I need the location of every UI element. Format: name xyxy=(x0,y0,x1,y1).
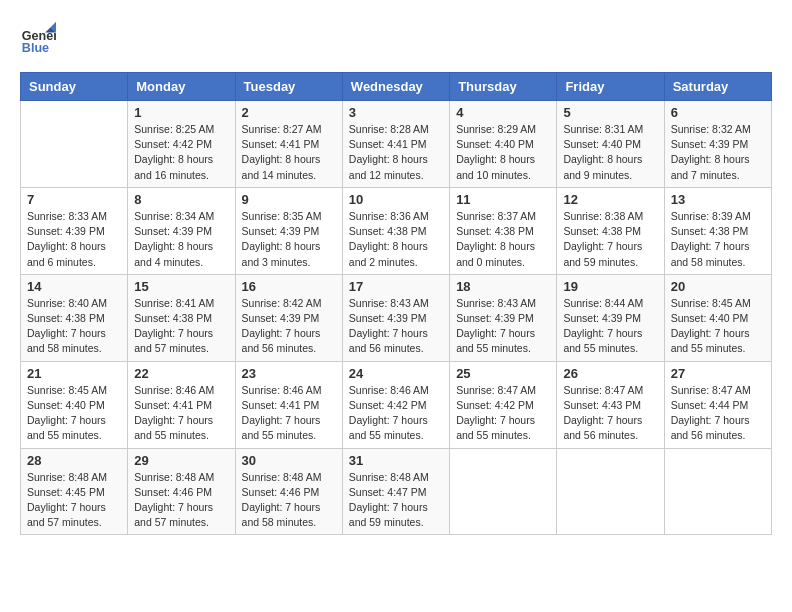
day-cell: 8Sunrise: 8:34 AMSunset: 4:39 PMDaylight… xyxy=(128,187,235,274)
header-cell-thursday: Thursday xyxy=(450,73,557,101)
day-number: 10 xyxy=(349,192,443,207)
day-cell: 11Sunrise: 8:37 AMSunset: 4:38 PMDayligh… xyxy=(450,187,557,274)
day-cell: 13Sunrise: 8:39 AMSunset: 4:38 PMDayligh… xyxy=(664,187,771,274)
day-info: Sunrise: 8:27 AMSunset: 4:41 PMDaylight:… xyxy=(242,122,336,183)
day-info: Sunrise: 8:48 AMSunset: 4:46 PMDaylight:… xyxy=(134,470,228,531)
day-cell xyxy=(21,101,128,188)
day-info: Sunrise: 8:47 AMSunset: 4:43 PMDaylight:… xyxy=(563,383,657,444)
calendar-table: SundayMondayTuesdayWednesdayThursdayFrid… xyxy=(20,72,772,535)
header-cell-monday: Monday xyxy=(128,73,235,101)
day-number: 28 xyxy=(27,453,121,468)
day-cell: 15Sunrise: 8:41 AMSunset: 4:38 PMDayligh… xyxy=(128,274,235,361)
day-number: 4 xyxy=(456,105,550,120)
logo-icon: General Blue xyxy=(20,20,56,56)
day-number: 11 xyxy=(456,192,550,207)
day-info: Sunrise: 8:48 AMSunset: 4:45 PMDaylight:… xyxy=(27,470,121,531)
day-cell: 18Sunrise: 8:43 AMSunset: 4:39 PMDayligh… xyxy=(450,274,557,361)
page-header: General Blue xyxy=(20,20,772,56)
day-info: Sunrise: 8:35 AMSunset: 4:39 PMDaylight:… xyxy=(242,209,336,270)
day-number: 18 xyxy=(456,279,550,294)
day-number: 29 xyxy=(134,453,228,468)
day-info: Sunrise: 8:47 AMSunset: 4:42 PMDaylight:… xyxy=(456,383,550,444)
header-cell-sunday: Sunday xyxy=(21,73,128,101)
week-row-3: 14Sunrise: 8:40 AMSunset: 4:38 PMDayligh… xyxy=(21,274,772,361)
logo: General Blue xyxy=(20,20,60,56)
week-row-2: 7Sunrise: 8:33 AMSunset: 4:39 PMDaylight… xyxy=(21,187,772,274)
day-number: 31 xyxy=(349,453,443,468)
day-number: 16 xyxy=(242,279,336,294)
day-info: Sunrise: 8:46 AMSunset: 4:42 PMDaylight:… xyxy=(349,383,443,444)
day-cell: 16Sunrise: 8:42 AMSunset: 4:39 PMDayligh… xyxy=(235,274,342,361)
day-number: 5 xyxy=(563,105,657,120)
svg-text:Blue: Blue xyxy=(22,41,49,55)
day-number: 27 xyxy=(671,366,765,381)
header-row: SundayMondayTuesdayWednesdayThursdayFrid… xyxy=(21,73,772,101)
day-info: Sunrise: 8:48 AMSunset: 4:46 PMDaylight:… xyxy=(242,470,336,531)
day-cell: 3Sunrise: 8:28 AMSunset: 4:41 PMDaylight… xyxy=(342,101,449,188)
header-cell-friday: Friday xyxy=(557,73,664,101)
day-cell: 20Sunrise: 8:45 AMSunset: 4:40 PMDayligh… xyxy=(664,274,771,361)
day-number: 14 xyxy=(27,279,121,294)
day-cell: 4Sunrise: 8:29 AMSunset: 4:40 PMDaylight… xyxy=(450,101,557,188)
day-number: 13 xyxy=(671,192,765,207)
day-number: 6 xyxy=(671,105,765,120)
day-info: Sunrise: 8:48 AMSunset: 4:47 PMDaylight:… xyxy=(349,470,443,531)
day-cell: 29Sunrise: 8:48 AMSunset: 4:46 PMDayligh… xyxy=(128,448,235,535)
header-cell-wednesday: Wednesday xyxy=(342,73,449,101)
week-row-5: 28Sunrise: 8:48 AMSunset: 4:45 PMDayligh… xyxy=(21,448,772,535)
day-number: 2 xyxy=(242,105,336,120)
day-info: Sunrise: 8:25 AMSunset: 4:42 PMDaylight:… xyxy=(134,122,228,183)
day-cell: 17Sunrise: 8:43 AMSunset: 4:39 PMDayligh… xyxy=(342,274,449,361)
day-cell: 27Sunrise: 8:47 AMSunset: 4:44 PMDayligh… xyxy=(664,361,771,448)
day-number: 8 xyxy=(134,192,228,207)
day-info: Sunrise: 8:38 AMSunset: 4:38 PMDaylight:… xyxy=(563,209,657,270)
day-info: Sunrise: 8:36 AMSunset: 4:38 PMDaylight:… xyxy=(349,209,443,270)
day-cell: 19Sunrise: 8:44 AMSunset: 4:39 PMDayligh… xyxy=(557,274,664,361)
day-cell: 1Sunrise: 8:25 AMSunset: 4:42 PMDaylight… xyxy=(128,101,235,188)
calendar-header: SundayMondayTuesdayWednesdayThursdayFrid… xyxy=(21,73,772,101)
day-info: Sunrise: 8:37 AMSunset: 4:38 PMDaylight:… xyxy=(456,209,550,270)
day-cell: 21Sunrise: 8:45 AMSunset: 4:40 PMDayligh… xyxy=(21,361,128,448)
day-info: Sunrise: 8:34 AMSunset: 4:39 PMDaylight:… xyxy=(134,209,228,270)
day-info: Sunrise: 8:44 AMSunset: 4:39 PMDaylight:… xyxy=(563,296,657,357)
day-info: Sunrise: 8:32 AMSunset: 4:39 PMDaylight:… xyxy=(671,122,765,183)
day-cell: 22Sunrise: 8:46 AMSunset: 4:41 PMDayligh… xyxy=(128,361,235,448)
day-info: Sunrise: 8:29 AMSunset: 4:40 PMDaylight:… xyxy=(456,122,550,183)
day-cell: 26Sunrise: 8:47 AMSunset: 4:43 PMDayligh… xyxy=(557,361,664,448)
header-cell-saturday: Saturday xyxy=(664,73,771,101)
day-info: Sunrise: 8:43 AMSunset: 4:39 PMDaylight:… xyxy=(349,296,443,357)
day-info: Sunrise: 8:43 AMSunset: 4:39 PMDaylight:… xyxy=(456,296,550,357)
day-cell: 5Sunrise: 8:31 AMSunset: 4:40 PMDaylight… xyxy=(557,101,664,188)
day-cell: 12Sunrise: 8:38 AMSunset: 4:38 PMDayligh… xyxy=(557,187,664,274)
day-number: 30 xyxy=(242,453,336,468)
day-number: 7 xyxy=(27,192,121,207)
day-number: 17 xyxy=(349,279,443,294)
day-info: Sunrise: 8:42 AMSunset: 4:39 PMDaylight:… xyxy=(242,296,336,357)
day-number: 19 xyxy=(563,279,657,294)
day-cell: 14Sunrise: 8:40 AMSunset: 4:38 PMDayligh… xyxy=(21,274,128,361)
header-cell-tuesday: Tuesday xyxy=(235,73,342,101)
day-number: 22 xyxy=(134,366,228,381)
day-cell: 6Sunrise: 8:32 AMSunset: 4:39 PMDaylight… xyxy=(664,101,771,188)
day-number: 25 xyxy=(456,366,550,381)
day-cell: 30Sunrise: 8:48 AMSunset: 4:46 PMDayligh… xyxy=(235,448,342,535)
day-cell: 23Sunrise: 8:46 AMSunset: 4:41 PMDayligh… xyxy=(235,361,342,448)
day-info: Sunrise: 8:46 AMSunset: 4:41 PMDaylight:… xyxy=(242,383,336,444)
day-number: 3 xyxy=(349,105,443,120)
day-cell: 9Sunrise: 8:35 AMSunset: 4:39 PMDaylight… xyxy=(235,187,342,274)
day-number: 15 xyxy=(134,279,228,294)
day-number: 9 xyxy=(242,192,336,207)
day-cell: 24Sunrise: 8:46 AMSunset: 4:42 PMDayligh… xyxy=(342,361,449,448)
day-info: Sunrise: 8:47 AMSunset: 4:44 PMDaylight:… xyxy=(671,383,765,444)
calendar-body: 1Sunrise: 8:25 AMSunset: 4:42 PMDaylight… xyxy=(21,101,772,535)
week-row-4: 21Sunrise: 8:45 AMSunset: 4:40 PMDayligh… xyxy=(21,361,772,448)
day-cell: 28Sunrise: 8:48 AMSunset: 4:45 PMDayligh… xyxy=(21,448,128,535)
day-info: Sunrise: 8:28 AMSunset: 4:41 PMDaylight:… xyxy=(349,122,443,183)
day-number: 21 xyxy=(27,366,121,381)
day-info: Sunrise: 8:41 AMSunset: 4:38 PMDaylight:… xyxy=(134,296,228,357)
day-info: Sunrise: 8:33 AMSunset: 4:39 PMDaylight:… xyxy=(27,209,121,270)
day-cell xyxy=(557,448,664,535)
day-number: 26 xyxy=(563,366,657,381)
day-number: 12 xyxy=(563,192,657,207)
day-number: 20 xyxy=(671,279,765,294)
